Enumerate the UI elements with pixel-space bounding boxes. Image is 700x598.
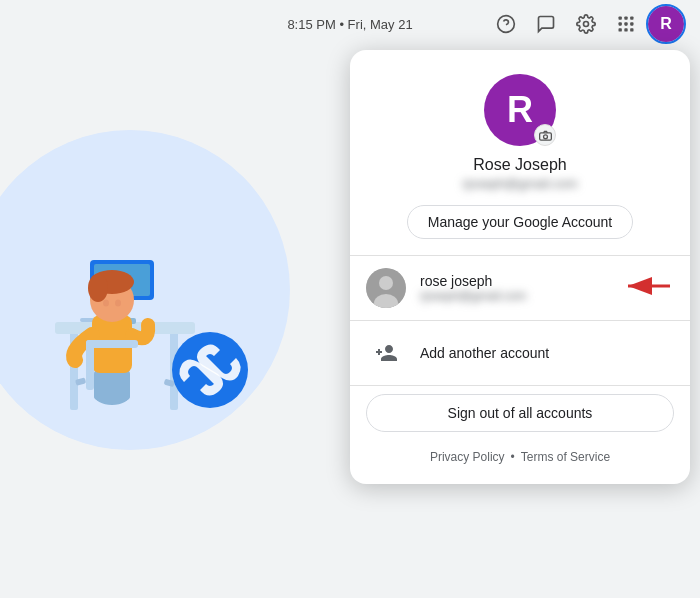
topbar-datetime: 8:15 PM • Fri, May 21	[287, 17, 412, 32]
help-icon	[496, 14, 516, 34]
account-avatar	[366, 268, 406, 308]
grid-button[interactable]	[608, 6, 644, 42]
footer-separator: •	[511, 450, 515, 464]
person-illustration	[10, 150, 290, 450]
terms-of-service-link[interactable]: Terms of Service	[521, 450, 610, 464]
settings-icon	[576, 14, 596, 34]
help-button[interactable]	[488, 6, 524, 42]
chat-button[interactable]	[528, 6, 564, 42]
camera-icon	[539, 130, 552, 141]
red-arrow-indicator	[624, 274, 674, 302]
svg-point-34	[543, 134, 547, 138]
svg-point-27	[88, 274, 108, 302]
svg-rect-31	[86, 340, 138, 348]
avatar-wrap: R	[484, 74, 556, 146]
svg-rect-5	[630, 17, 633, 20]
svg-rect-4	[624, 17, 627, 20]
svg-point-2	[584, 22, 589, 27]
svg-rect-10	[624, 28, 627, 31]
account-avatar-img	[366, 268, 406, 308]
dropdown-header: R Rose Joseph rjoseph@gmail.com Manage y…	[350, 50, 690, 255]
account-dropdown: R Rose Joseph rjoseph@gmail.com Manage y…	[350, 50, 690, 484]
signout-button[interactable]: Sign out of all accounts	[366, 394, 674, 432]
svg-rect-11	[630, 28, 633, 31]
user-name: Rose Joseph	[473, 156, 566, 174]
background-illustration	[0, 50, 350, 598]
grid-icon	[616, 14, 636, 34]
svg-rect-6	[619, 22, 622, 25]
topbar-icons: R	[488, 6, 684, 42]
topbar: 8:15 PM • Fri, May 21 R	[0, 0, 700, 48]
settings-button[interactable]	[568, 6, 604, 42]
profile-avatar-button[interactable]: R	[648, 6, 684, 42]
svg-rect-23	[94, 370, 130, 400]
add-account-row[interactable]: Add another account	[350, 321, 690, 385]
chat-icon	[536, 14, 556, 34]
manage-account-button[interactable]: Manage your Google Account	[407, 205, 633, 239]
svg-point-36	[379, 276, 393, 290]
add-account-icon-wrap	[366, 333, 406, 373]
privacy-policy-link[interactable]: Privacy Policy	[430, 450, 505, 464]
footer-links: Privacy Policy • Terms of Service	[350, 440, 690, 468]
camera-badge-button[interactable]	[534, 124, 556, 146]
svg-rect-9	[619, 28, 622, 31]
account-row[interactable]: rose joseph rjoseph@gmail.com	[350, 256, 690, 320]
svg-point-28	[103, 300, 109, 307]
add-person-icon	[374, 341, 398, 365]
svg-rect-7	[624, 22, 627, 25]
add-account-label: Add another account	[420, 345, 549, 361]
user-email: rjoseph@gmail.com	[462, 176, 577, 191]
svg-rect-3	[619, 17, 622, 20]
signout-section: Sign out of all accounts	[350, 386, 690, 440]
svg-rect-8	[630, 22, 633, 25]
svg-point-29	[115, 300, 121, 307]
